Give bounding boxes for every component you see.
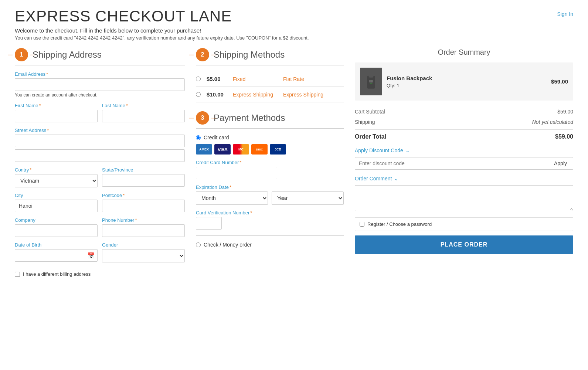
cart-subtotal-line: Cart Subtotal $59.00 bbox=[355, 106, 573, 117]
billing-checkbox[interactable] bbox=[15, 272, 20, 277]
shipping-desc-fixed: Flat Rate bbox=[283, 76, 304, 82]
country-state-row: Contry* Vietnam United States United Kin… bbox=[15, 167, 185, 193]
cart-subtotal-value: $59.00 bbox=[557, 109, 573, 115]
register-row: Register / Choose a password bbox=[355, 217, 573, 231]
payment-methods-header: 3 Payment Methods bbox=[196, 111, 344, 129]
postcode-input[interactable] bbox=[102, 200, 185, 212]
product-qty: Qty: 1 bbox=[387, 83, 547, 88]
chevron-down-icon: ⌄ bbox=[405, 147, 410, 153]
country-select[interactable]: Vietnam United States United Kingdom Aus… bbox=[15, 174, 98, 187]
first-name-label: First Name* bbox=[15, 103, 98, 108]
payment-methods-title: Payment Methods bbox=[214, 113, 285, 123]
svg-rect-4 bbox=[370, 84, 372, 84]
mastercard-icon: MC bbox=[233, 144, 249, 155]
last-name-input[interactable] bbox=[102, 110, 185, 122]
discount-code-input[interactable] bbox=[355, 157, 548, 170]
page-title: EXPRESS CHECKOUT LANE bbox=[15, 7, 573, 25]
shipping-price-express: $10.00 bbox=[207, 91, 227, 98]
expiry-year-select[interactable]: Year 202420252026 2027202820292030 bbox=[272, 191, 344, 205]
dob-gender-row: Date of Birth 📅 Gender Male Female Not S… bbox=[15, 242, 185, 268]
check-money-option: Check / Money order bbox=[196, 242, 344, 248]
email-input[interactable] bbox=[15, 78, 185, 91]
state-input[interactable] bbox=[102, 174, 185, 187]
amex-icon: AMEX bbox=[196, 144, 212, 155]
check-money-label: Check / Money order bbox=[204, 242, 252, 248]
discount-toggle-label: Apply Discount Code bbox=[355, 147, 403, 153]
discount-row: Apply bbox=[355, 157, 573, 170]
comment-toggle-label: Order Comment bbox=[355, 176, 392, 181]
expiry-month-select[interactable]: Month 01020304 05060708 09101112 bbox=[196, 191, 268, 205]
account-hint: You can create an account after checkout… bbox=[15, 92, 185, 98]
product-info: Fusion Backpack Qty: 1 bbox=[387, 75, 547, 88]
jcb-icon: JCB bbox=[270, 144, 286, 155]
shipping-label: Shipping bbox=[355, 119, 375, 125]
shipping-methods-title: Shipping Methods bbox=[214, 50, 285, 60]
street-address-field-group: Street Address* bbox=[15, 128, 185, 162]
shipping-option-express: $10.00 Express Shipping Express Shipping bbox=[196, 87, 344, 102]
apply-discount-button[interactable]: Apply bbox=[548, 157, 573, 170]
payment-divider bbox=[196, 235, 344, 236]
order-comment-textarea[interactable] bbox=[355, 185, 573, 211]
card-icons-row: AMEX VISA MC DISC JCB bbox=[196, 144, 344, 155]
credit-card-radio[interactable] bbox=[196, 135, 201, 140]
product-image bbox=[360, 68, 382, 95]
order-summary-title: Order Summary bbox=[355, 48, 573, 57]
step-1-circle: 1 bbox=[15, 48, 28, 61]
shipping-radio-fixed[interactable] bbox=[196, 77, 201, 81]
cc-number-field-group: Credit Card Number* bbox=[196, 160, 344, 179]
backpack-svg bbox=[364, 72, 378, 91]
place-order-button[interactable]: PLACE ORDER bbox=[355, 235, 573, 254]
comment-toggle[interactable]: Order Comment ⌄ bbox=[355, 176, 573, 181]
street-address-input-2[interactable] bbox=[15, 149, 185, 162]
city-label: City bbox=[15, 193, 98, 198]
discover-icon: DISC bbox=[251, 144, 268, 155]
register-checkbox[interactable] bbox=[360, 222, 364, 227]
product-row: Fusion Backpack Qty: 1 $59.00 bbox=[355, 62, 573, 101]
page-subtitle: Welcome to the checkout. Fill in the fie… bbox=[15, 27, 573, 34]
cvv-input[interactable] bbox=[196, 217, 222, 230]
cc-number-input[interactable] bbox=[196, 167, 277, 179]
order-total-value: $59.00 bbox=[555, 133, 573, 140]
page-wrapper: EXPRESS CHECKOUT LANE Welcome to the che… bbox=[0, 0, 588, 284]
shipping-methods-header: 2 Shipping Methods bbox=[196, 48, 344, 65]
first-name-input[interactable] bbox=[15, 110, 98, 122]
order-total-label: Order Total bbox=[355, 133, 386, 140]
expiry-label: Expiration Date* bbox=[196, 184, 344, 190]
shipping-option-fixed: $5.00 Fixed Flat Rate bbox=[196, 71, 344, 87]
state-label: State/Province bbox=[102, 167, 185, 173]
dob-input[interactable] bbox=[15, 249, 98, 262]
sign-in-link[interactable]: Sign In bbox=[557, 11, 573, 17]
calendar-icon[interactable]: 📅 bbox=[87, 252, 95, 259]
phone-input[interactable] bbox=[102, 224, 185, 237]
gender-select[interactable]: Male Female Not Specified bbox=[102, 249, 185, 262]
order-summary: Order Summary Fusion Backpack bbox=[355, 48, 573, 254]
phone-field-group: Phone Number* bbox=[102, 217, 185, 237]
discount-toggle[interactable]: Apply Discount Code ⌄ bbox=[355, 147, 573, 153]
product-name: Fusion Backpack bbox=[387, 75, 547, 81]
city-postcode-row: City Postcode* bbox=[15, 193, 185, 217]
email-field-group: Email Address* You can create an account… bbox=[15, 71, 185, 98]
dob-wrapper: 📅 bbox=[15, 249, 98, 262]
shipping-name-fixed: Fixed bbox=[233, 76, 277, 82]
order-total-line: Order Total $59.00 bbox=[355, 129, 573, 142]
dob-field-group: Date of Birth 📅 bbox=[15, 242, 98, 262]
email-label: Email Address* bbox=[15, 71, 185, 77]
country-label: Contry* bbox=[15, 167, 98, 173]
page-hint: You can use the credit card "4242 4242 4… bbox=[15, 35, 573, 41]
dob-label: Date of Birth bbox=[15, 242, 98, 248]
billing-checkbox-label: I have a different billing address bbox=[23, 271, 91, 277]
city-input[interactable] bbox=[15, 200, 98, 212]
state-field-group: State/Province bbox=[102, 167, 185, 187]
street-address-input-1[interactable] bbox=[15, 135, 185, 147]
shipping-address-header: 1 Shipping Address bbox=[15, 48, 185, 65]
city-field-group: City bbox=[15, 193, 98, 212]
register-label: Register / Choose a password bbox=[367, 221, 432, 227]
expiry-row: Month 01020304 05060708 09101112 Year 20… bbox=[196, 191, 344, 205]
country-field-group: Contry* Vietnam United States United Kin… bbox=[15, 167, 98, 187]
company-input[interactable] bbox=[15, 224, 98, 237]
last-name-field-group: Last Name* bbox=[102, 103, 185, 122]
chevron-down-icon-2: ⌄ bbox=[394, 176, 398, 181]
shipping-radio-express[interactable] bbox=[196, 92, 201, 97]
check-money-radio[interactable] bbox=[196, 242, 201, 247]
street-address-label: Street Address* bbox=[15, 128, 185, 133]
